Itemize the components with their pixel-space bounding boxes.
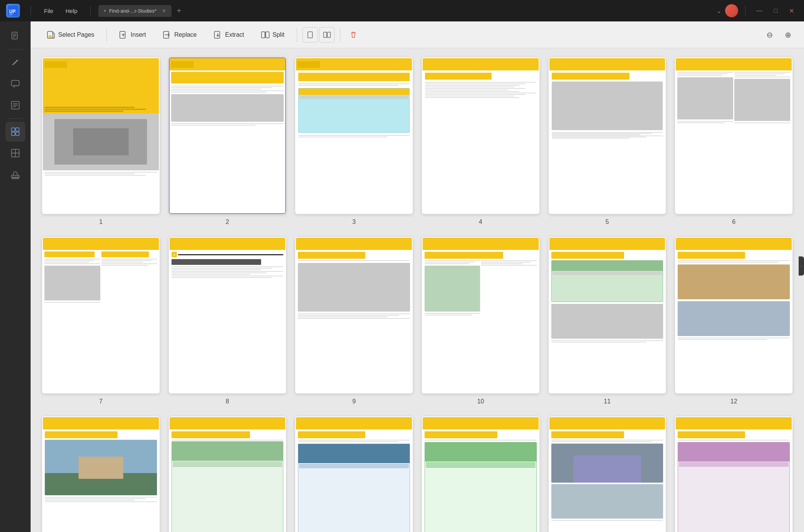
new-tab-button[interactable]: + — [174, 5, 185, 16]
svg-rect-12 — [11, 128, 15, 131]
page-thumbnail[interactable]: 4 — [169, 237, 286, 393]
page-thumbnail[interactable] — [422, 416, 539, 532]
svg-rect-15 — [16, 132, 19, 135]
sidebar-divider-2 — [8, 118, 23, 119]
sidebar-icon-merge[interactable] — [5, 143, 25, 163]
svg-rect-33 — [327, 32, 330, 38]
replace-button[interactable]: Replace — [156, 28, 204, 42]
double-page-icon[interactable] — [319, 27, 335, 42]
svg-rect-14 — [11, 132, 15, 135]
split-label: Split — [273, 31, 284, 38]
split-button[interactable]: Split — [254, 28, 291, 42]
toolbar-sep-1 — [106, 28, 107, 42]
zoom-out-button[interactable]: ⊖ — [763, 28, 776, 42]
close-button[interactable]: ✕ — [785, 6, 798, 16]
chevron-down-icon[interactable]: ⌄ — [716, 7, 721, 15]
page-thumbnail[interactable] — [42, 416, 160, 532]
page-number: 7 — [99, 398, 103, 405]
page-item[interactable]: 11 — [549, 237, 666, 405]
page-number: 12 — [730, 398, 737, 405]
page-thumbnail[interactable] — [295, 416, 413, 532]
page-item[interactable]: 5 — [549, 57, 666, 225]
tab-close-icon[interactable]: ✕ — [162, 8, 166, 14]
logo-separator — [31, 6, 31, 15]
select-pages-button[interactable]: Select Pages — [40, 28, 101, 42]
page-item[interactable]: 1 — [42, 57, 160, 225]
win-separator — [745, 6, 745, 15]
page-thumbnail[interactable] — [42, 57, 160, 214]
page-number: 10 — [477, 398, 484, 405]
tab-dropdown-icon[interactable]: ▾ — [104, 8, 106, 13]
page-thumbnail[interactable] — [675, 416, 793, 532]
page-item[interactable]: 7 — [42, 237, 160, 405]
insert-icon — [119, 31, 127, 39]
page-item[interactable]: 3 — [295, 57, 413, 225]
page-layout-icons — [302, 27, 335, 42]
sidebar-icon-organize[interactable] — [5, 122, 25, 142]
page-item[interactable]: 17 — [549, 416, 666, 532]
page-grid-wrapper[interactable]: 1 — [31, 48, 804, 532]
insert-button[interactable]: Insert — [112, 28, 153, 42]
sidebar-divider-1 — [8, 49, 23, 49]
sidebar-icon-comment[interactable] — [5, 74, 25, 94]
maximize-button[interactable]: □ — [770, 6, 781, 16]
page-thumbnail[interactable] — [422, 237, 539, 393]
minimize-button[interactable]: — — [752, 6, 766, 16]
svg-rect-29 — [266, 32, 269, 38]
sidebar-icon-text[interactable] — [5, 95, 25, 115]
page-thumbnail[interactable] — [295, 237, 413, 393]
page-item[interactable]: 4 — [422, 57, 539, 225]
page-item[interactable]: 15 — [295, 416, 413, 532]
page-thumbnail[interactable] — [549, 57, 666, 214]
page-grid: 1 — [42, 57, 793, 532]
page-item[interactable]: 16 — [422, 416, 539, 532]
extract-label: Extract — [225, 31, 244, 38]
menu-help[interactable]: Help — [60, 5, 83, 16]
replace-icon — [163, 31, 171, 39]
page-item[interactable]: 10 — [422, 237, 539, 405]
page-item[interactable]: 9 — [295, 237, 413, 405]
sidebar-icon-edit[interactable] — [5, 52, 25, 72]
page-thumbnail[interactable] — [169, 416, 286, 532]
side-panel-trigger[interactable]: › — [799, 256, 804, 276]
page-thumbnail[interactable] — [549, 237, 666, 393]
titlebar-controls: ⌄ — □ ✕ — [716, 4, 798, 17]
page-number: 6 — [732, 219, 735, 225]
page-item[interactable]: 2 — [169, 57, 286, 225]
page-thumbnail[interactable] — [169, 57, 286, 214]
page-thumbnail[interactable] — [422, 57, 539, 214]
delete-button[interactable] — [346, 27, 361, 42]
single-page-icon[interactable] — [302, 27, 318, 42]
sidebar-icon-pages[interactable] — [5, 26, 25, 46]
select-pages-label: Select Pages — [58, 31, 94, 38]
page-item[interactable]: 18 — [675, 416, 793, 532]
sidebar-icon-stamp[interactable] — [5, 165, 25, 184]
page-item[interactable]: 6 — [675, 57, 793, 225]
page-thumbnail[interactable] — [42, 237, 160, 393]
toolbar-sep-2 — [297, 28, 297, 42]
page-thumbnail[interactable] — [295, 57, 413, 214]
split-icon — [261, 31, 270, 39]
page-item[interactable]: 13 — [42, 416, 160, 532]
page-thumbnail[interactable] — [675, 237, 793, 393]
menu-file[interactable]: File — [39, 5, 59, 16]
replace-label: Replace — [174, 31, 197, 38]
app-logo: UP DF — [6, 4, 20, 18]
select-pages-icon — [47, 31, 55, 39]
tab-area: ▾ Find-and-...r-Studies* ✕ + — [98, 5, 712, 17]
extract-button[interactable]: Extract — [207, 28, 251, 42]
page-number: 1 — [99, 219, 103, 225]
main-layout: › Select Pages Insert — [0, 21, 804, 532]
page-item[interactable]: 14 — [169, 416, 286, 532]
insert-label: Insert — [131, 31, 146, 38]
user-avatar[interactable] — [725, 4, 738, 17]
page-thumbnail[interactable] — [549, 416, 666, 532]
current-tab[interactable]: ▾ Find-and-...r-Studies* ✕ — [98, 5, 172, 17]
page-number: 3 — [352, 219, 356, 225]
page-thumbnail[interactable] — [675, 57, 793, 214]
zoom-in-button[interactable]: ⊕ — [781, 28, 795, 42]
svg-rect-27 — [214, 31, 220, 38]
svg-text:DF: DF — [9, 13, 13, 16]
page-item[interactable]: 4 — [169, 237, 286, 405]
page-item[interactable]: 12 — [675, 237, 793, 405]
